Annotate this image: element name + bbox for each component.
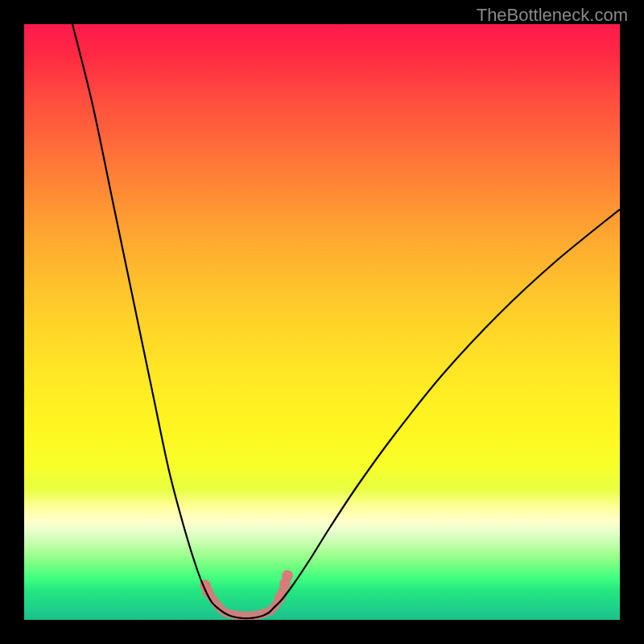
valley-highlight-bead: [282, 570, 293, 581]
bottleneck-curve: [72, 24, 620, 618]
valley-highlight: [200, 570, 293, 616]
watermark-text: TheBottleneck.com: [477, 5, 628, 26]
curve-layer: [24, 24, 620, 620]
plot-area: [24, 24, 620, 620]
